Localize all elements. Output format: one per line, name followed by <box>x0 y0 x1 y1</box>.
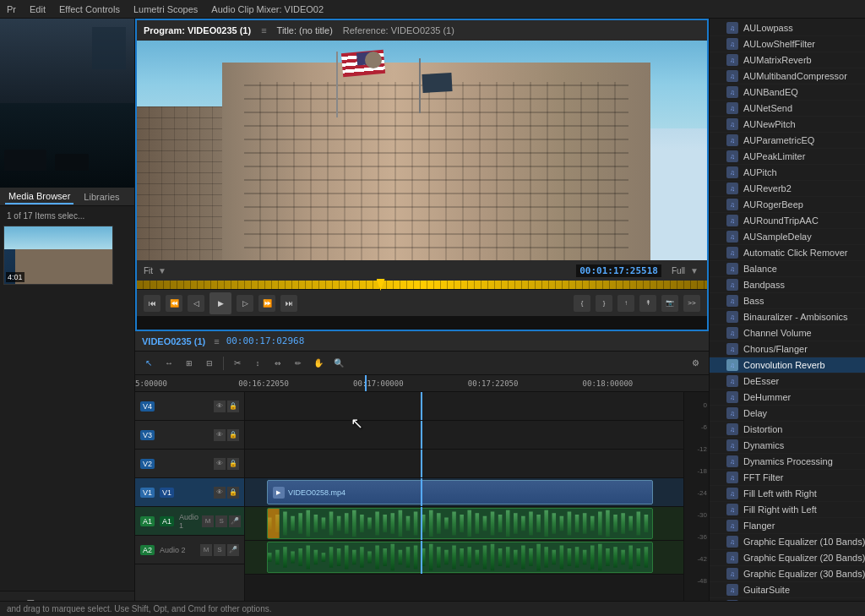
effect-item-balance[interactable]: ♫ Balance <box>710 261 865 277</box>
effect-item-convolution[interactable]: ♫ Convolution Reverb <box>710 357 865 373</box>
effect-item-aumatrix[interactable]: ♫ AUMatrixReverb <box>710 52 865 68</box>
mark-out-btn[interactable]: } <box>596 295 612 312</box>
effect-name: AUSampleDelay <box>743 232 812 242</box>
v1-eye-btn[interactable]: 👁 <box>214 487 226 499</box>
effect-item-bandpass[interactable]: ♫ Bandpass <box>710 277 865 293</box>
effect-item-aumultiband[interactable]: ♫ AUMultibandCompressor <box>710 68 865 84</box>
v1-lock-btn[interactable]: 🔒 <box>227 487 239 499</box>
effect-item-aupitch[interactable]: ♫ AUPitch <box>710 165 865 181</box>
fit-chevron[interactable]: ▼ <box>158 266 166 275</box>
pen-btn[interactable]: ✏ <box>290 355 307 372</box>
timeline-ruler[interactable]: 5:00000 00:16:22050 00:17:00000 00:17:22… <box>135 375 709 392</box>
v3-lock-btn[interactable]: 🔒 <box>227 429 239 441</box>
a1-mic-btn[interactable]: 🎤 <box>229 515 241 527</box>
extract-btn[interactable]: ↟ <box>639 295 656 312</box>
v4-eye-btn[interactable]: 👁 <box>214 401 226 412</box>
effect-item-flanger[interactable]: ♫ Flanger <box>710 518 865 534</box>
track-select-btn[interactable]: ↔ <box>160 355 177 372</box>
effect-item-aulowshelf[interactable]: ♫ AULowShelfFilter <box>710 36 865 52</box>
track-row-a1[interactable] <box>245 507 683 541</box>
effect-item-auparametric[interactable]: ♫ AUParametricEQ <box>710 133 865 149</box>
menu-audio-mixer[interactable]: Audio Clip Mixer: VIDEO02 <box>211 4 324 14</box>
effect-item-deesser[interactable]: ♫ DeEsser <box>710 373 865 390</box>
a2-s-btn[interactable]: S <box>214 544 226 556</box>
effect-item-aureverb2[interactable]: ♫ AUReverb2 <box>710 181 865 197</box>
rolling-btn[interactable]: ⊟ <box>201 355 218 372</box>
shuttle-fwd-btn[interactable]: ⏩ <box>258 295 275 312</box>
next-frame-btn[interactable]: ▷ <box>237 295 253 312</box>
a1-m-btn[interactable]: M <box>202 515 214 527</box>
play-btn[interactable]: ▶ <box>209 292 231 314</box>
selection-tool-btn[interactable]: ↖ <box>140 355 157 372</box>
effect-item-aunewpitch[interactable]: ♫ AUNewPitch <box>710 117 865 133</box>
prev-frame-btn[interactable]: ◁ <box>188 295 204 312</box>
mark-in-btn[interactable]: { <box>574 295 590 312</box>
effect-item-chorus[interactable]: ♫ Chorus/Flanger <box>710 341 865 357</box>
lift-btn[interactable]: ↑ <box>617 295 634 312</box>
a2-m-btn[interactable]: M <box>200 544 212 556</box>
ruler-playhead <box>365 375 367 391</box>
export-frame-btn[interactable]: 📷 <box>661 295 678 312</box>
media-thumb-1[interactable]: 4:01 <box>3 226 113 285</box>
track-row-v1[interactable]: ▶ VIDEO0258.mp4 <box>245 478 683 507</box>
app-logo[interactable]: Pr <box>7 4 16 14</box>
v2-lock-btn[interactable]: 🔒 <box>227 458 239 470</box>
zoom-timeline-btn[interactable]: 🔍 <box>330 355 347 372</box>
effect-item-bass[interactable]: ♫ Bass <box>710 293 865 309</box>
menu-edit[interactable]: Edit <box>30 4 46 14</box>
step-back-btn[interactable]: ⏮ <box>144 295 160 312</box>
scrub-bar-container[interactable] <box>137 281 707 289</box>
timeline-equals[interactable]: ≡ <box>214 336 219 346</box>
a1-s-btn[interactable]: S <box>215 515 227 527</box>
effect-item-dynamics-processing[interactable]: ♫ Dynamics Processing <box>710 454 865 470</box>
tab-media-browser[interactable]: Media Browser <box>5 189 73 204</box>
full-chevron[interactable]: ▼ <box>690 266 699 275</box>
shuttle-back-btn[interactable]: ⏪ <box>166 295 182 312</box>
slide-btn[interactable]: ⇔ <box>269 355 286 372</box>
a2-mic-btn[interactable]: 🎤 <box>227 544 239 556</box>
effect-item-aurogerbeep[interactable]: ♫ AURogerBeep <box>710 197 865 213</box>
track-row-v4[interactable] <box>245 392 683 421</box>
hand-timeline-btn[interactable]: ✋ <box>310 355 327 372</box>
audio-clip-2[interactable] <box>267 542 653 573</box>
track-row-a2[interactable] <box>245 541 683 575</box>
effect-item-dynamics[interactable]: ♫ Dynamics <box>710 438 865 454</box>
video-clip[interactable]: ▶ VIDEO0258.mp4 <box>267 480 653 504</box>
effect-item-delay[interactable]: ♫ Delay <box>710 406 865 422</box>
effect-item-ausampledelay[interactable]: ♫ AUSampleDelay <box>710 229 865 245</box>
effect-item-graphic-eq-20[interactable]: ♫ Graphic Equalizer (20 Bands) <box>710 550 865 566</box>
ripple-btn[interactable]: ⊞ <box>181 355 198 372</box>
effect-item-fill-left[interactable]: ♫ Fill Left with Right <box>710 486 865 502</box>
effect-icon: ♫ <box>726 359 738 371</box>
effect-item-graphic-eq-30[interactable]: ♫ Graphic Equalizer (30 Bands) <box>710 566 865 582</box>
effect-item-aunband[interactable]: ♫ AUNBandEQ <box>710 84 865 101</box>
effect-item-dehummer[interactable]: ♫ DeHummer <box>710 390 865 406</box>
v3-eye-btn[interactable]: 👁 <box>214 429 226 441</box>
effect-item-auroundtrip[interactable]: ♫ AURoundTripAAC <box>710 213 865 229</box>
track-row-v2[interactable] <box>245 450 683 478</box>
effect-item-aupeaklimiter[interactable]: ♫ AUPeakLimiter <box>710 149 865 165</box>
settings-btn[interactable]: ⚙ <box>687 355 704 372</box>
slip-btn[interactable]: ↕ <box>249 355 266 372</box>
v2-eye-btn[interactable]: 👁 <box>214 458 226 470</box>
effect-item-guitarsuite[interactable]: ♫ GuitarSuite <box>710 582 865 598</box>
effect-item-graphic-eq-10[interactable]: ♫ Graphic Equalizer (10 Bands) <box>710 534 865 550</box>
audio-clip-1[interactable] <box>267 508 653 539</box>
effect-item-binaural[interactable]: ♫ Binauralizer - Ambisonics <box>710 309 865 325</box>
v4-lock-btn[interactable]: 🔒 <box>227 401 239 412</box>
effect-item-aulowpass[interactable]: ♫ AULowpass <box>710 20 865 36</box>
step-fwd-btn[interactable]: ⏭ <box>280 295 297 312</box>
menu-lumetri[interactable]: Lumetri Scopes <box>133 4 198 14</box>
menu-effect-controls[interactable]: Effect Controls <box>59 4 120 14</box>
track-row-v3[interactable] <box>245 421 683 450</box>
more-btn[interactable]: >> <box>683 295 700 312</box>
tab-libraries[interactable]: Libraries <box>80 190 122 204</box>
effect-item-channel-volume[interactable]: ♫ Channel Volume <box>710 325 865 341</box>
effect-item-autoclick[interactable]: ♫ Automatic Click Remover <box>710 245 865 261</box>
program-equals[interactable]: ≡ <box>261 25 266 35</box>
effect-item-aunetsend[interactable]: ♫ AUNetSend <box>710 101 865 117</box>
effect-item-fill-right[interactable]: ♫ Fill Right with Left <box>710 502 865 518</box>
effect-item-fft[interactable]: ♫ FFT Filter <box>710 470 865 486</box>
razor-timeline-btn[interactable]: ✂ <box>229 355 246 372</box>
effect-item-distortion[interactable]: ♫ Distortion <box>710 422 865 438</box>
